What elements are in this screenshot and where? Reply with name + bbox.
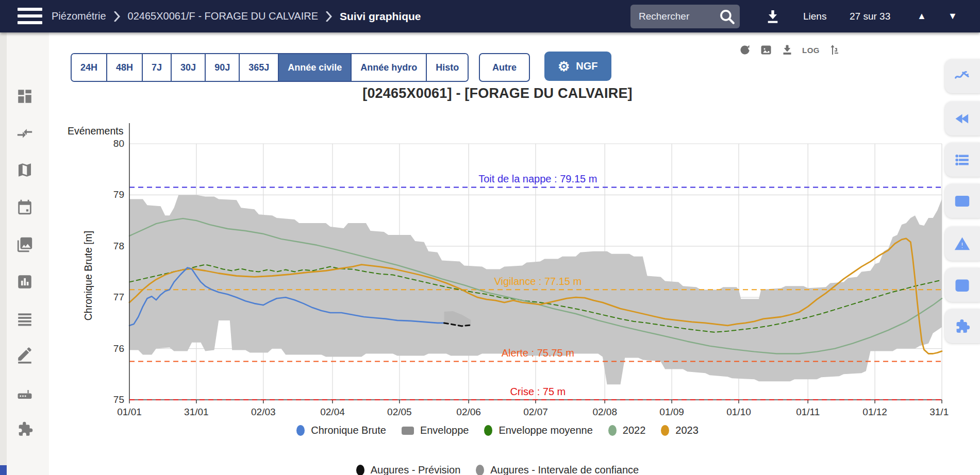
panel-list-button[interactable] xyxy=(945,143,980,177)
svg-text:01/10: 01/10 xyxy=(726,406,751,417)
axis-scale-icon[interactable] xyxy=(828,44,841,56)
calendar-icon xyxy=(16,198,34,216)
dashboard-icon xyxy=(16,88,34,105)
log-scale-toggle[interactable]: LOG xyxy=(802,46,820,55)
svg-text:76: 76 xyxy=(113,343,124,354)
previous-station-icon[interactable]: ▲ xyxy=(911,0,932,32)
plugin-icon xyxy=(954,318,970,334)
ngf-button[interactable]: ⚙ NGF xyxy=(544,52,611,81)
chevron-right-icon xyxy=(114,11,120,22)
pager-counter: 27 sur 33 xyxy=(850,0,890,32)
range-button-48h[interactable]: 48H xyxy=(106,54,142,81)
panel-calendar-button[interactable] xyxy=(945,268,980,302)
chart-download-icon[interactable] xyxy=(781,44,793,56)
breadcrumb-station[interactable]: 02465X0061/F - FORAGE DU CALVAIRE xyxy=(128,10,318,22)
sidebar-barchart-button[interactable] xyxy=(14,272,35,292)
autre-button[interactable]: Autre xyxy=(479,53,530,82)
sidebar-map-button[interactable] xyxy=(14,160,35,180)
chart-legend-forecast: Augures - PrévisionAugures - Intervale d… xyxy=(49,464,946,475)
legend-label: Augures - Intervale de confiance xyxy=(490,464,639,475)
sidebar-telemetry-button[interactable] xyxy=(14,382,35,403)
rewind-icon xyxy=(954,111,970,127)
y-axis-label: Chronique Brute [m] xyxy=(82,231,94,321)
svg-text:01/12: 01/12 xyxy=(862,406,887,417)
refresh-icon[interactable] xyxy=(739,44,751,56)
list-icon xyxy=(16,310,34,328)
sidebar-plugin-button[interactable] xyxy=(14,419,35,439)
compress-arrows-icon xyxy=(16,125,34,142)
legend-label: Enveloppe xyxy=(420,425,469,436)
panel-curves-button[interactable] xyxy=(945,59,980,93)
chart-canvas: 80797877767501/0131/0102/0302/0402/0502/… xyxy=(49,106,949,424)
sidebar-calendar-button[interactable] xyxy=(14,197,35,217)
map-icon xyxy=(16,161,34,179)
svg-text:75: 75 xyxy=(113,394,124,405)
top-navbar: Piézométrie 02465X0061/F - FORAGE DU CAL… xyxy=(0,0,980,32)
legend-item[interactable]: Chronique Brute xyxy=(296,425,386,436)
range-button-annee-hydro[interactable]: Année hydro xyxy=(351,54,426,81)
svg-text:02/03: 02/03 xyxy=(251,406,276,417)
range-button-7j[interactable]: 7J xyxy=(142,54,171,81)
legend-item[interactable]: 2022 xyxy=(608,425,646,436)
legend-label: 2023 xyxy=(675,425,699,436)
svg-text:77: 77 xyxy=(113,292,124,302)
sidebar-edit-button[interactable] xyxy=(14,345,35,366)
legend-item[interactable]: Enveloppe xyxy=(402,425,469,436)
range-button-90j[interactable]: 90J xyxy=(205,54,239,81)
search-box xyxy=(630,5,740,28)
legend-item[interactable]: 2023 xyxy=(661,425,699,436)
range-button-histo[interactable]: Histo xyxy=(426,54,468,81)
multi-curves-icon xyxy=(954,69,970,84)
telemetry-station-icon xyxy=(16,384,34,401)
legend-item[interactable]: Augures - Prévision xyxy=(356,464,461,475)
svg-text:Alerte : 75.75 m: Alerte : 75.75 m xyxy=(502,347,574,359)
chart-toolbar: LOG xyxy=(739,44,841,56)
legend-label: Augures - Prévision xyxy=(371,464,461,475)
svg-text:31/12: 31/12 xyxy=(929,406,949,417)
legend-marker xyxy=(484,425,492,436)
breadcrumb-piezometrie[interactable]: Piézométrie xyxy=(52,10,106,22)
legend-item[interactable]: Augures - Intervale de confiance xyxy=(476,464,639,475)
gear-icon: ⚙ xyxy=(558,60,570,73)
hamburger-menu-icon[interactable] xyxy=(18,8,42,25)
range-button-annee-civile[interactable]: Année civile xyxy=(278,54,351,81)
sidebar-dashboard-button[interactable] xyxy=(14,86,35,107)
sidebar-list-button[interactable] xyxy=(14,309,35,329)
svg-text:02/04: 02/04 xyxy=(320,406,345,417)
svg-text:Vigilance : 77.15 m: Vigilance : 77.15 m xyxy=(494,276,582,287)
legend-marker xyxy=(608,425,617,436)
alert-warning-icon xyxy=(954,236,970,252)
panel-fullscreen-button[interactable] xyxy=(945,184,980,218)
range-button-365j[interactable]: 365J xyxy=(239,54,278,81)
links-button[interactable]: Liens xyxy=(803,0,826,32)
search-input[interactable] xyxy=(638,10,718,23)
svg-text:79: 79 xyxy=(113,189,124,200)
sidebar-compress-button[interactable] xyxy=(14,123,35,144)
image-export-icon[interactable] xyxy=(760,44,772,56)
left-sidebar xyxy=(0,32,49,475)
left-scrollbar-track[interactable] xyxy=(0,32,7,475)
download-icon[interactable] xyxy=(760,0,785,32)
svg-text:02/05: 02/05 xyxy=(387,406,412,417)
svg-text:01/01: 01/01 xyxy=(117,406,142,417)
sidebar-gallery-button[interactable] xyxy=(14,234,35,255)
panel-plugin-button[interactable] xyxy=(945,309,980,343)
range-button-group: 24H48H7J30J90J365JAnnée civileAnnée hydr… xyxy=(71,53,469,82)
svg-text:31/01: 31/01 xyxy=(184,406,209,417)
search-icon[interactable] xyxy=(718,8,736,25)
next-station-icon[interactable]: ▼ xyxy=(942,0,963,32)
svg-text:01/11: 01/11 xyxy=(796,406,820,417)
range-button-24h[interactable]: 24H xyxy=(72,54,106,81)
range-button-30j[interactable]: 30J xyxy=(171,54,205,81)
legend-item[interactable]: Enveloppe moyenne xyxy=(484,425,592,436)
svg-text:01/09: 01/09 xyxy=(659,406,684,417)
svg-text:78: 78 xyxy=(113,241,124,251)
fullscreen-frame-icon xyxy=(954,193,970,209)
events-axis-label: Evénements xyxy=(68,125,124,137)
panel-alerts-button[interactable] xyxy=(945,227,980,261)
svg-text:80: 80 xyxy=(113,138,124,149)
svg-text:02/08: 02/08 xyxy=(592,406,617,417)
piezometry-app: Piézométrie 02465X0061/F - FORAGE DU CAL… xyxy=(0,0,980,475)
panel-rewind-button[interactable] xyxy=(945,101,980,135)
ngf-label: NGF xyxy=(576,60,597,72)
